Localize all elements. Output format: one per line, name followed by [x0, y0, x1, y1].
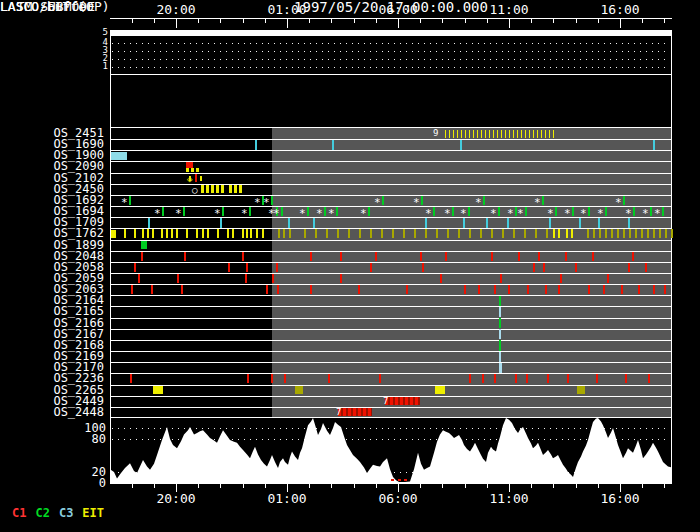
os-row-separator — [110, 362, 672, 363]
hour-tick-bottom — [198, 484, 199, 488]
hour-tick-top — [509, 19, 510, 28]
os-marker-tick-red — [560, 274, 562, 283]
os-marker-tick-green — [249, 207, 251, 216]
hour-tick-top — [420, 19, 421, 23]
os-marker-tick-olive — [337, 229, 339, 238]
os-marker-tick-yellow — [171, 229, 173, 238]
glyph-marker: ○ — [192, 186, 197, 195]
os-row-separator — [110, 295, 672, 296]
os-marker-tick-yellow — [545, 130, 546, 138]
asterisk-marker: * — [517, 208, 525, 219]
asterisk-marker: * — [580, 208, 588, 219]
os-marker-tick-yellow — [533, 130, 534, 138]
hour-tick-bottom — [664, 484, 665, 488]
os-marker-tick-olive — [535, 229, 537, 238]
os-marker-tick-green — [662, 207, 664, 216]
os-marker-tick-olive — [611, 229, 613, 238]
legend-item-eit: EIT — [82, 507, 104, 519]
os-marker-block-olive — [295, 386, 303, 394]
os-marker-tick-olive — [289, 229, 291, 238]
os-marker-tick-red — [131, 285, 133, 294]
asterisk-marker: * — [444, 208, 452, 219]
os-marker-tick-cyan — [425, 218, 427, 228]
os-marker-tick-red — [358, 285, 360, 294]
os-marker-tick-olive — [653, 229, 655, 238]
hour-tick-bottom — [576, 484, 577, 488]
os-marker-tick-cyan — [460, 140, 462, 150]
asterisk-marker: * — [475, 197, 483, 208]
asterisk-marker: * — [316, 208, 324, 219]
os-marker-tick-red — [621, 285, 623, 294]
os-marker-tick-olive — [381, 229, 383, 238]
os-marker-block-yellow — [153, 386, 163, 394]
hour-tick-bottom — [309, 484, 310, 488]
os-marker-tick-yellow — [202, 229, 204, 238]
os-marker-tick-red — [228, 263, 230, 272]
buffer-baseline-mark — [398, 479, 401, 481]
os-marker-tick-red — [625, 374, 627, 383]
hour-tick-bottom — [487, 484, 488, 488]
os-marker-tick-yellow — [529, 130, 530, 138]
os-marker-tick-green — [605, 207, 607, 216]
os-marker-vseg-paleblue — [499, 329, 501, 339]
os-marker-tick-red — [284, 374, 286, 383]
os-marker-tick-red — [271, 374, 273, 383]
hour-tick-bottom — [354, 484, 355, 488]
os-marker-tick-red — [422, 263, 424, 272]
time-label-bottom: 16:00 — [590, 492, 650, 505]
hour-tick-bottom — [420, 484, 421, 488]
os-marker-tick-red — [628, 263, 630, 272]
os-marker-vseg-paleblue — [499, 307, 501, 317]
os-marker-tick-yellow — [469, 130, 470, 138]
os-row-separator — [110, 240, 672, 241]
os-marker-tick-red — [664, 285, 666, 294]
hour-tick-top — [287, 19, 288, 28]
os-marker-tick-green — [382, 196, 384, 205]
os-marker-tick-red — [440, 274, 442, 283]
os-marker-tick-yellow — [186, 229, 188, 238]
time-label-bottom: 20:00 — [146, 492, 206, 505]
asterisk-marker: * — [642, 208, 650, 219]
hour-tick-top — [376, 19, 377, 23]
os-marker-tick-yellow — [152, 229, 154, 238]
os-marker-tick-red — [607, 274, 609, 283]
hour-tick-top — [531, 19, 532, 23]
os-marker-tick-red — [469, 374, 471, 383]
asterisk-marker: * — [254, 197, 262, 208]
os-marker-tick-yellow — [142, 229, 144, 238]
time-label-top: 16:00 — [590, 3, 650, 16]
os-marker-tick-olive — [315, 229, 317, 238]
os-row-separator — [110, 373, 672, 374]
hour-tick-bottom — [642, 484, 643, 488]
tm-submode-level-label: 5 — [97, 28, 108, 37]
os-marker-tick-green — [162, 207, 164, 216]
os-marker-tick-olive — [665, 229, 667, 238]
os-marker-tick-red — [645, 263, 647, 272]
bottom-axis-line — [110, 483, 672, 484]
time-label-bottom: 06:00 — [368, 492, 428, 505]
os-marker-tick-red — [445, 252, 447, 261]
asterisk-marker: * — [413, 197, 421, 208]
os-marker-tick-yellow — [505, 130, 506, 138]
os-marker-tick-yellow — [445, 130, 446, 138]
os-marker-tick-red — [538, 252, 540, 261]
hour-tick-top — [598, 19, 599, 23]
os-marker-tick-cyan — [628, 218, 630, 228]
buffer-right-edge — [671, 418, 672, 483]
os-row-separator — [110, 351, 672, 352]
os-marker-tick-cyan — [653, 140, 655, 150]
hour-tick-top — [398, 19, 399, 28]
os-marker-tick-yellow — [262, 229, 264, 238]
os-marker-tick-red — [565, 252, 567, 261]
os-marker-tick-yellow — [537, 130, 538, 138]
hour-tick-bottom — [465, 484, 466, 488]
os-marker-tick-green — [222, 207, 224, 216]
os-marker-tick-green — [421, 196, 423, 205]
hour-tick-top — [176, 19, 177, 28]
os-marker-tick-yellow — [525, 130, 526, 138]
os-marker-tick-red — [242, 252, 244, 261]
os-marker-tick-yellow — [509, 130, 510, 138]
os-row-separator — [110, 318, 672, 319]
os-marker-tick-green — [623, 196, 625, 205]
os-marker-striped-block — [229, 185, 242, 193]
